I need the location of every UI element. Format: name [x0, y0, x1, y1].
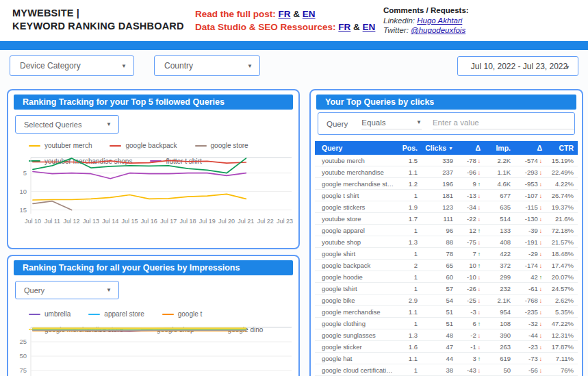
cell-clicks-delta: 3↑ [457, 353, 485, 364]
arrow-down-icon: ↓ [539, 309, 542, 316]
cell-clicks: 237 [422, 166, 457, 178]
cell-query: google merchandise [315, 306, 396, 318]
filter-value-input[interactable] [433, 118, 574, 129]
cell-position: 1 [396, 283, 422, 294]
table-row: google merchandise store1.21969↑4.6K-953… [315, 178, 578, 190]
resources-link-fr[interactable]: FR [338, 22, 350, 32]
column-header-delta[interactable]: Δ [457, 141, 485, 155]
cell-ctr: 4.22% [546, 178, 578, 190]
svg-text:Jul 14: Jul 14 [102, 218, 118, 225]
arrow-up-icon: ↑ [539, 274, 542, 281]
post-links: Read the full post: FR & EN Data Studio … [195, 8, 375, 34]
post-link-fr[interactable]: FR [279, 9, 291, 19]
cell-clicks-delta: -43↓ [457, 364, 485, 376]
table-row: google merchandise1.151-3↓954-235↓5.35% [315, 306, 578, 318]
legend-label: umbrella [44, 310, 71, 318]
cell-ctr: 19.37% [546, 201, 578, 213]
legend-swatch [162, 314, 174, 316]
legend-item[interactable]: google t [162, 310, 203, 318]
cell-impressions-delta: -953↓ [515, 178, 546, 190]
cell-impressions: 133 [485, 225, 515, 236]
arrow-down-icon: ↓ [478, 216, 481, 223]
date-range-picker[interactable]: Jul 10, 2022 - Jul 23, 2022 ▼ [457, 56, 578, 76]
svg-text:Jul 22: Jul 22 [257, 218, 274, 225]
table-row: google bike2.954-25↓2.1K-768↓2.62% [315, 294, 578, 306]
table-row: google apparel19612↑133-39↓72.18% [315, 225, 578, 236]
legend-label: youtuber merch [44, 142, 92, 149]
cell-impressions-delta: -574↓ [515, 155, 546, 166]
cell-clicks-delta: -26↓ [457, 283, 485, 294]
arrow-up-icon: ↑ [478, 321, 481, 327]
legend-item[interactable]: apparel store [88, 310, 144, 318]
cell-clicks: 51 [422, 306, 457, 318]
svg-text:Jul 17: Jul 17 [160, 218, 177, 225]
column-header-clicks[interactable]: Clicks▼ [422, 141, 457, 155]
cell-query: google cloud certification perks .. [315, 364, 396, 376]
cell-clicks: 65 [422, 260, 457, 271]
column-header-delta[interactable]: Δ [515, 141, 546, 155]
arrow-down-icon: ↓ [539, 227, 542, 234]
arrow-up-icon: ↑ [478, 355, 481, 362]
twitter-link[interactable]: @hugodeuxfois [411, 26, 465, 34]
panel-title: Ranking Tracking for all your Queries by… [14, 260, 293, 275]
cell-impressions: 619 [485, 353, 515, 364]
legend-item[interactable]: umbrella [29, 310, 71, 318]
cell-position: 1.1 [396, 166, 422, 178]
column-header-ctr[interactable]: CTR [546, 141, 578, 155]
cell-position: 1.5 [396, 155, 422, 166]
arrow-down-icon: ↓ [539, 297, 542, 304]
arrow-down-icon: ↓ [539, 321, 542, 327]
comments-block: Comments / Requests: Linkedin: Hugo Akht… [383, 5, 469, 36]
table-row: youtube store1.7111-22↓514-130↓21.6% [315, 213, 578, 225]
column-header-imp[interactable]: Imp. [485, 141, 515, 155]
cell-position: 1 [396, 248, 422, 260]
column-header-pos[interactable]: Pos. [396, 141, 422, 155]
resources-link-en[interactable]: EN [363, 22, 376, 32]
post-link-en[interactable]: EN [303, 9, 316, 19]
legend-swatch [110, 145, 121, 147]
impressions-ranking-line-chart[interactable]: 255075 [12, 322, 294, 376]
cell-clicks-delta: -75↓ [457, 236, 485, 248]
cell-impressions: 635 [485, 201, 515, 213]
cell-impressions: 2.2K [485, 155, 515, 166]
arrow-down-icon: ↓ [539, 216, 542, 223]
cell-impressions-delta: -174↓ [515, 260, 546, 271]
cell-clicks: 78 [422, 248, 457, 260]
table-row: google cloud certification perks ..138-4… [315, 364, 578, 376]
cell-position: 1 [396, 271, 422, 283]
legend-item[interactable]: google store [195, 142, 248, 149]
arrow-down-icon: ↓ [478, 169, 481, 176]
linkedin-link[interactable]: Hugo Akhtari [417, 16, 462, 25]
cell-position: 2.9 [396, 294, 422, 306]
arrow-up-icon: ↑ [478, 227, 481, 234]
column-header-query[interactable]: Query [315, 141, 396, 155]
query-dropdown[interactable]: Query ▼ [15, 281, 119, 299]
legend-swatch [88, 314, 100, 316]
cell-position: 2 [396, 260, 422, 271]
cell-impressions-delta: -191↓ [515, 236, 546, 248]
filter-operator-dropdown[interactable]: Equals ▼ [361, 118, 422, 129]
selected-queries-dropdown[interactable]: Selected Queries ▼ [15, 115, 119, 134]
table-row: google stickers1.9123-34↓635-115↓19.37% [315, 201, 578, 213]
cell-query: google clothing [315, 318, 396, 329]
cell-position: 1.6 [396, 341, 422, 353]
cell-ctr: 17.47% [546, 260, 578, 271]
cell-position: 1.1 [396, 306, 422, 318]
cell-position: 1.3 [396, 236, 422, 248]
legend-item[interactable]: youtuber merch [29, 142, 92, 149]
cell-clicks-delta: -25↓ [457, 294, 485, 306]
cell-query: youtube merch [315, 155, 396, 166]
top5-ranking-line-chart[interactable]: 51015Jul 10Jul 11Jul 12Jul 13Jul 14Jul 1… [12, 153, 294, 245]
arrow-down-icon: ↓ [539, 239, 542, 246]
arrow-down-icon: ↓ [478, 344, 481, 351]
country-filter[interactable]: Country ▼ [154, 55, 260, 76]
svg-text:5: 5 [23, 169, 27, 177]
arrow-down-icon: ↓ [539, 169, 542, 176]
cell-impressions-delta: -29↓ [515, 248, 546, 260]
cell-ctr: 18.48% [546, 248, 578, 260]
cell-query: youtube store [315, 213, 396, 225]
cell-clicks-delta: -96↓ [457, 166, 485, 178]
device-category-filter[interactable]: Device Category ▼ [10, 55, 134, 76]
legend-item[interactable]: google backpack [110, 142, 177, 149]
svg-text:Jul 15: Jul 15 [122, 218, 138, 225]
